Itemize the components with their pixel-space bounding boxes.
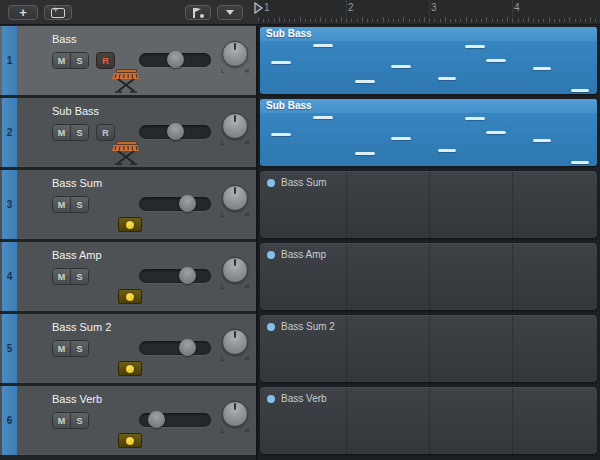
track-color-strip[interactable]: 2 <box>2 98 17 167</box>
pan-knob[interactable] <box>222 257 248 283</box>
solo-button[interactable]: S <box>70 413 88 428</box>
pan-knob[interactable] <box>222 329 248 355</box>
empty-region[interactable]: Bass Sum 2 <box>260 315 597 382</box>
track-header-sub-bass[interactable]: 2Sub BassMSRLR <box>0 98 256 167</box>
mute-button[interactable]: M <box>53 341 70 356</box>
track-header-bass-sum[interactable]: 3Bass SumMSLR <box>0 170 256 239</box>
aux-icon-dot <box>126 365 134 373</box>
track-name-label: Bass Verb <box>52 393 102 405</box>
solo-button[interactable]: S <box>70 53 88 68</box>
volume-slider[interactable] <box>139 53 211 67</box>
mute-button[interactable]: M <box>53 269 70 284</box>
collapse-tracks-button[interactable] <box>217 5 243 20</box>
solo-button[interactable]: S <box>70 125 88 140</box>
bar-grid-line <box>512 316 513 382</box>
playhead-marker[interactable] <box>254 2 264 14</box>
pan-knob[interactable] <box>222 41 248 67</box>
volume-slider[interactable] <box>139 341 211 355</box>
volume-slider[interactable] <box>139 269 211 283</box>
mute-button[interactable]: M <box>53 413 70 428</box>
track-number: 2 <box>7 127 13 138</box>
volume-slider-thumb[interactable] <box>179 195 196 212</box>
volume-slider-thumb[interactable] <box>167 51 184 68</box>
track-filter-button[interactable] <box>185 5 211 20</box>
track-color-strip[interactable]: 3 <box>2 170 17 239</box>
ruler-tick <box>528 17 529 22</box>
ruler-tick <box>284 19 285 22</box>
midi-note <box>486 131 506 134</box>
ruler-tick <box>336 19 337 22</box>
region-lane-bass-sum-2: Bass Sum 2 <box>258 314 600 383</box>
midi-region[interactable]: Sub Bass <box>260 27 597 94</box>
region-lane-area[interactable]: Sub BassSub BassBass SumBass AmpBass Sum… <box>258 26 600 460</box>
ruler-tick <box>502 19 503 22</box>
volume-slider[interactable] <box>139 413 211 427</box>
track-color-strip[interactable]: 6 <box>2 386 17 455</box>
aux-icon <box>118 289 142 304</box>
track-color-strip[interactable]: 1 <box>2 26 17 95</box>
add-track-button[interactable]: + <box>8 5 38 20</box>
ruler-tick <box>580 19 581 22</box>
aux-icon-dot <box>126 221 134 229</box>
ruler-tick <box>585 19 586 22</box>
track-header-bass[interactable]: 1BassMSRLR <box>0 26 256 95</box>
pan-knob[interactable] <box>222 113 248 139</box>
ruler-tick <box>320 17 321 22</box>
pan-right-label: R <box>245 428 249 434</box>
region-bullet-icon <box>267 395 275 403</box>
ruler-tick <box>325 19 326 22</box>
midi-note <box>465 45 485 48</box>
track-header-bass-amp[interactable]: 4Bass AmpMSLR <box>0 242 256 311</box>
midi-note <box>438 149 456 152</box>
ruler-tick <box>310 19 311 22</box>
midi-note <box>486 59 506 62</box>
ruler-tick <box>258 17 259 22</box>
region-lane-sub-bass: Sub Bass <box>258 98 600 167</box>
mute-solo-group: MS <box>52 196 89 213</box>
bar-grid-line <box>512 388 513 454</box>
solo-button[interactable]: S <box>70 269 88 284</box>
track-header-list: 1BassMSRLR2Sub BassMSRLR3Bass SumMSLR4Ba… <box>0 26 256 458</box>
mute-button[interactable]: M <box>53 53 70 68</box>
mute-button[interactable]: M <box>53 125 70 140</box>
bar-grid-line <box>346 244 347 310</box>
duplicate-track-button[interactable] <box>44 5 72 20</box>
volume-slider-thumb[interactable] <box>179 267 196 284</box>
midi-region[interactable]: Sub Bass <box>260 99 597 166</box>
track-number: 5 <box>7 343 13 354</box>
pan-right-label: R <box>245 212 249 218</box>
region-lane-bass-sum: Bass Sum <box>258 170 600 239</box>
ruler-tick <box>512 19 513 22</box>
ruler-tick <box>341 17 342 22</box>
volume-slider[interactable] <box>139 125 211 139</box>
bar-grid-line <box>429 316 430 382</box>
timeline-ruler[interactable]: 1234 <box>258 0 600 25</box>
volume-slider[interactable] <box>139 197 211 211</box>
track-header-bass-verb[interactable]: 6Bass VerbMSLR <box>0 386 256 455</box>
pan-left-label: L <box>221 428 224 434</box>
ruler-tick <box>331 19 332 22</box>
ruler-tick <box>523 19 524 22</box>
volume-slider-thumb[interactable] <box>167 123 184 140</box>
track-color-strip[interactable]: 4 <box>2 242 17 311</box>
aux-icon-dot <box>126 437 134 445</box>
volume-slider-thumb[interactable] <box>179 339 196 356</box>
track-header-toolbar: + <box>0 0 258 25</box>
track-color-strip[interactable]: 5 <box>2 314 17 383</box>
pan-left-label: L <box>221 68 224 74</box>
mute-button[interactable]: M <box>53 197 70 212</box>
track-header-bass-sum-2[interactable]: 5Bass Sum 2MSLR <box>0 314 256 383</box>
ruler-tick <box>274 19 275 22</box>
ruler-tick <box>466 17 467 22</box>
empty-region[interactable]: Bass Amp <box>260 243 597 310</box>
region-lane-bass-verb: Bass Verb <box>258 386 600 455</box>
solo-button[interactable]: S <box>70 197 88 212</box>
solo-button[interactable]: S <box>70 341 88 356</box>
pan-knob[interactable] <box>222 185 248 211</box>
chevron-down-icon <box>226 10 234 15</box>
empty-region[interactable]: Bass Sum <box>260 171 597 238</box>
ruler-tick <box>289 19 290 22</box>
empty-region[interactable]: Bass Verb <box>260 387 597 454</box>
pan-knob[interactable] <box>222 401 248 427</box>
volume-slider-thumb[interactable] <box>148 411 165 428</box>
